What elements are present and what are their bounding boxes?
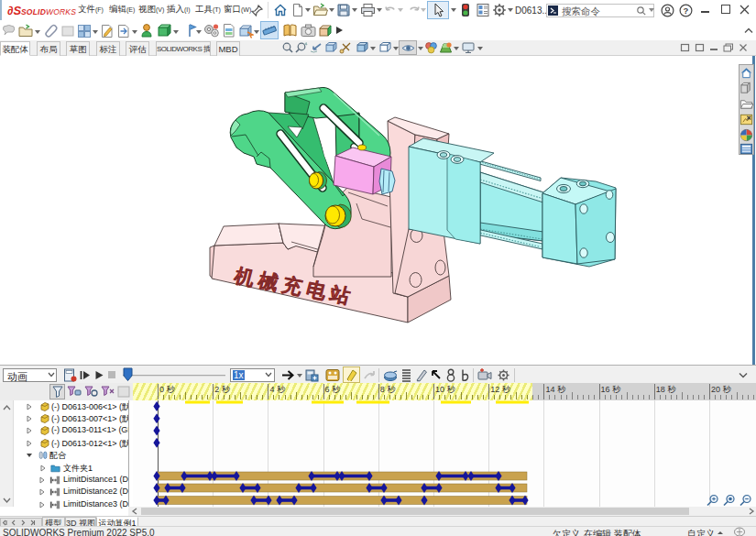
- svg-text:SOLIDWORKS: SOLIDWORKS: [21, 7, 76, 16]
- svg-text:?: ?: [684, 5, 689, 16]
- svg-text:∂S: ∂S: [7, 4, 21, 17]
